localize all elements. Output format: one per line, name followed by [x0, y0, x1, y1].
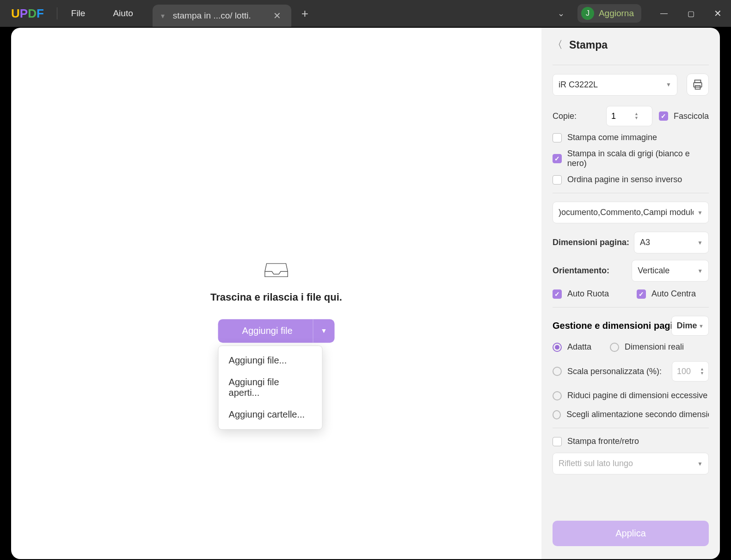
- flip-value: Rifletti sul lato lungo: [559, 459, 633, 468]
- collate-checkbox[interactable]: Fascicola: [659, 111, 709, 121]
- pin-icon[interactable]: ▾: [161, 12, 165, 20]
- caret-icon: ▼: [699, 323, 704, 329]
- caret-icon: ▼: [666, 81, 671, 88]
- dropdown-add-file[interactable]: Aggiungi file...: [219, 350, 322, 371]
- dropdown-add-open-files[interactable]: Aggiungi file aperti...: [219, 371, 322, 404]
- menu-file[interactable]: File: [57, 8, 99, 18]
- inbox-icon: [210, 261, 342, 280]
- duplex-label: Stampa fronte/retro: [567, 437, 639, 446]
- dropzone: Trascina e rilascia i file qui. Aggiungi…: [210, 261, 342, 343]
- auto-center-checkbox[interactable]: Auto Centra: [637, 289, 696, 299]
- auto-rotate-label: Auto Ruota: [567, 289, 609, 299]
- tab-close-icon[interactable]: ✕: [271, 10, 283, 21]
- custom-scale-input: [672, 367, 700, 376]
- actual-size-radio[interactable]: Dimensioni reali: [610, 342, 684, 352]
- caret-icon: ▼: [697, 268, 703, 274]
- dropzone-text: Trascina e rilascia i file qui.: [210, 291, 342, 303]
- copies-input[interactable]: [607, 111, 634, 121]
- fit-radio[interactable]: Adatta: [553, 342, 591, 352]
- menu-help[interactable]: Aiuto: [99, 8, 147, 18]
- auto-rotate-checkbox[interactable]: Auto Ruota: [553, 289, 609, 299]
- page-size-select[interactable]: A3 ▼: [634, 232, 709, 253]
- new-tab-button[interactable]: +: [291, 6, 319, 21]
- printer-properties-button[interactable]: [687, 74, 709, 96]
- duplex-checkbox[interactable]: Stampa fronte/retro: [553, 437, 709, 446]
- collate-label: Fascicola: [674, 111, 709, 121]
- orientation-select[interactable]: Verticale ▼: [632, 260, 709, 282]
- panel-title: Stampa: [569, 39, 608, 51]
- print-content-select[interactable]: )ocumento,Commento,Campi modulo ▼: [553, 202, 709, 223]
- spinner-down-icon[interactable]: ▼: [634, 116, 639, 120]
- caret-icon: ▼: [697, 461, 703, 467]
- orientation-label: Orientamento:: [553, 266, 609, 276]
- caret-icon: ▼: [697, 240, 703, 246]
- main-area: Trascina e rilascia i file qui. Aggiungi…: [11, 28, 541, 559]
- maximize-button[interactable]: ▢: [677, 0, 704, 27]
- reverse-order-checkbox[interactable]: Ordina pagine in senso inverso: [553, 175, 709, 185]
- copies-spinner[interactable]: ▲▼: [606, 106, 652, 126]
- tabs-dropdown-icon[interactable]: ⌄: [545, 8, 577, 18]
- sizing-title: Gestione e dimensioni pagin: [553, 320, 671, 331]
- grayscale-checkbox[interactable]: Stampa in scala di grigi (bianco e nero): [553, 149, 709, 168]
- custom-scale-spinner[interactable]: ▲▼: [672, 361, 709, 382]
- add-file-label: Aggiungi file: [218, 319, 313, 343]
- apply-button[interactable]: Applica: [553, 521, 709, 546]
- add-file-dropdown: Aggiungi file... Aggiungi file aperti...…: [218, 345, 323, 430]
- auto-center-label: Auto Centra: [651, 289, 696, 299]
- page-size-label: Dimensioni pagina:: [553, 238, 629, 247]
- choose-source-radio[interactable]: Scegli alimentazione secondo dimensioni …: [553, 410, 709, 419]
- dropdown-add-folders[interactable]: Aggiungi cartelle...: [219, 404, 322, 425]
- sizing-mode-value: Dimer: [676, 321, 697, 331]
- grayscale-label: Stampa in scala di grigi (bianco e nero): [567, 149, 709, 168]
- sizing-mode-select[interactable]: Dimer ▼: [671, 316, 709, 336]
- orientation-value: Verticale: [638, 266, 670, 276]
- user-pill[interactable]: J Aggiorna: [577, 4, 641, 23]
- printer-select[interactable]: iR C3222L ▼: [553, 74, 677, 96]
- spinner-down-icon[interactable]: ▼: [700, 371, 704, 375]
- add-file-button[interactable]: Aggiungi file ▼: [218, 319, 335, 343]
- tab-title: stampa in ...co/ lotti.: [173, 11, 271, 21]
- upgrade-label: Aggiorna: [599, 8, 634, 18]
- reverse-order-label: Ordina pagine in senso inverso: [567, 175, 682, 185]
- choose-source-label: Scegli alimentazione secondo dimensioni …: [566, 410, 709, 419]
- back-button[interactable]: 〈: [553, 38, 563, 52]
- print-as-image-label: Stampa come immagine: [567, 133, 657, 142]
- caret-icon: ▼: [697, 209, 703, 216]
- avatar: J: [581, 7, 594, 20]
- close-button[interactable]: ✕: [704, 0, 731, 27]
- print-panel: 〈 Stampa iR C3222L ▼ Copie:: [541, 28, 720, 559]
- app-logo: UPDF: [11, 6, 44, 21]
- printer-value: iR C3222L: [559, 80, 598, 90]
- document-tab[interactable]: ▾ stampa in ...co/ lotti. ✕: [153, 5, 291, 27]
- shrink-radio[interactable]: Riduci pagine di dimensioni eccessive: [553, 391, 709, 400]
- minimize-button[interactable]: —: [651, 0, 677, 27]
- print-content-value: )ocumento,Commento,Campi modulo: [559, 208, 694, 217]
- shrink-label: Riduci pagine di dimensioni eccessive: [567, 391, 707, 400]
- print-as-image-checkbox[interactable]: Stampa come immagine: [553, 133, 709, 142]
- page-size-value: A3: [640, 238, 650, 247]
- actual-size-label: Dimensioni reali: [625, 342, 684, 352]
- custom-scale-label: Scala personalizzata (%):: [567, 367, 662, 376]
- add-file-caret-icon[interactable]: ▼: [313, 319, 335, 343]
- custom-scale-radio[interactable]: Scala personalizzata (%):: [553, 367, 662, 376]
- titlebar: UPDF File Aiuto ▾ stampa in ...co/ lotti…: [0, 0, 731, 27]
- copies-label: Copie:: [553, 111, 577, 121]
- fit-label: Adatta: [567, 342, 591, 352]
- flip-select[interactable]: Rifletti sul lato lungo ▼: [553, 453, 709, 474]
